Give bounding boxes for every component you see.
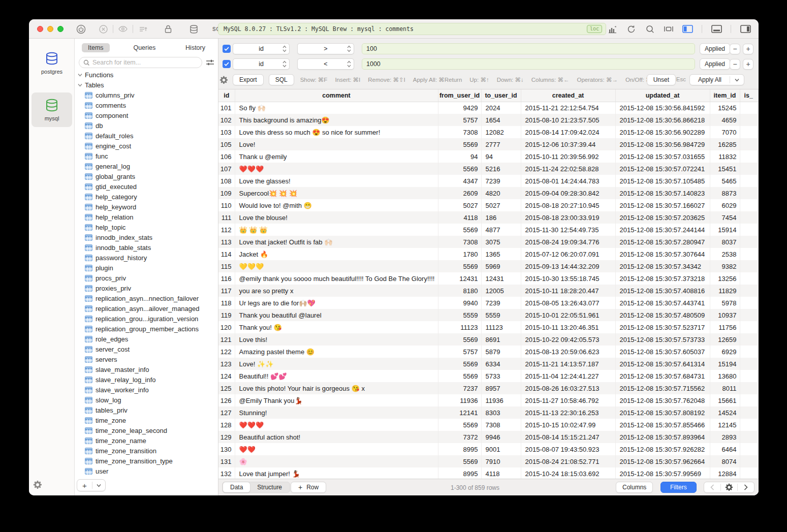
- table-row[interactable]: 131🌸556979102015-08-24 21:08:52.7712015-…: [218, 455, 759, 467]
- cell-id[interactable]: 126: [218, 394, 235, 406]
- cell-from_user_id[interactable]: 12431: [438, 272, 481, 285]
- table-row[interactable]: 123Love! ✨✨556963342015-11-21 14:13:57.1…: [218, 358, 759, 370]
- table-row[interactable]: 111Love the blouse!41181862015-08-18 23:…: [218, 211, 759, 224]
- table-item-help_topic[interactable]: help_topic: [75, 222, 218, 232]
- table-row[interactable]: 118Ur legs are to die for🙌🏼💖994072392015…: [218, 297, 759, 309]
- cell-is[interactable]: [740, 102, 759, 114]
- filter-field-select[interactable]: id: [233, 43, 290, 54]
- cell-id[interactable]: 106: [218, 150, 235, 163]
- cell-created_at[interactable]: 2015-08-05 13:26:43.077: [521, 297, 615, 309]
- cell-item_id[interactable]: 11829: [710, 285, 740, 297]
- cell-updated_at[interactable]: 2015-12-08 15:30:57.244144: [615, 224, 710, 236]
- column-header-to_user_id[interactable]: to_user_id: [481, 89, 521, 102]
- table-item-default_roles[interactable]: default_roles: [75, 131, 218, 141]
- cell-comment[interactable]: @emily thank you soooo much beautiful!!!…: [235, 272, 438, 285]
- cell-is[interactable]: [740, 406, 759, 419]
- cell-from_user_id[interactable]: 94: [438, 150, 481, 163]
- cell-item_id[interactable]: 8037: [710, 236, 740, 248]
- toggle-left-sidebar-icon[interactable]: [680, 22, 695, 36]
- column-header-is[interactable]: is_: [740, 89, 759, 102]
- table-row[interactable]: 109Supercool💥 💥 💥260948202015-09-04 09:2…: [218, 187, 759, 199]
- cell-id[interactable]: 118: [218, 297, 235, 309]
- cell-id[interactable]: 122: [218, 346, 235, 358]
- cell-is[interactable]: [740, 321, 759, 333]
- cell-updated_at[interactable]: 2015-12-08 15:30:57.031655: [615, 150, 710, 163]
- cell-updated_at[interactable]: 2015-12-08 15:30:57.203625: [615, 211, 710, 224]
- cell-is[interactable]: [740, 199, 759, 211]
- table-item-servers[interactable]: servers: [75, 354, 218, 364]
- table-row[interactable]: 132Love that jumper! 💃🏾899541182015-10-2…: [218, 467, 759, 479]
- cell-is[interactable]: [740, 419, 759, 431]
- table-item-columns_priv[interactable]: columns_priv: [75, 90, 218, 100]
- cell-to_user_id[interactable]: 94: [481, 150, 521, 163]
- column-header-from_user_id[interactable]: from_user_id: [438, 89, 481, 102]
- table-item-replication_group_member_actions[interactable]: replication_group_member_actions: [75, 324, 218, 334]
- cell-created_at[interactable]: 2015-08-18 23:00:33.919: [521, 211, 615, 224]
- filter-value-input[interactable]: 1000: [362, 58, 695, 70]
- table-row[interactable]: 127Stunning!1214183032015-11-13 22:30:16…: [218, 406, 759, 419]
- table-item-help_keyword[interactable]: help_keyword: [75, 202, 218, 212]
- search-input[interactable]: [92, 59, 198, 66]
- cell-item_id[interactable]: 8011: [710, 382, 740, 394]
- chart-icon[interactable]: [605, 22, 619, 36]
- connection-item-mysql[interactable]: mysql: [32, 92, 72, 127]
- cell-id[interactable]: 127: [218, 406, 235, 419]
- cell-from_user_id[interactable]: 5569: [438, 138, 481, 150]
- cell-comment[interactable]: Supercool💥 💥 💥: [235, 187, 438, 199]
- column-header-updated_at[interactable]: updated_at: [615, 89, 710, 102]
- column-header-item_id[interactable]: item_id: [710, 89, 740, 102]
- cell-item_id[interactable]: 14524: [710, 406, 740, 419]
- toggle-right-panel-icon[interactable]: [738, 22, 752, 36]
- cell-item_id[interactable]: 10937: [710, 309, 740, 321]
- cell-to_user_id[interactable]: 5969: [481, 260, 521, 272]
- cell-from_user_id[interactable]: 5757: [438, 346, 481, 358]
- table-row[interactable]: 119Thank you beautiful @laurel5559555920…: [218, 309, 759, 321]
- cell-item_id[interactable]: 11756: [710, 321, 740, 333]
- cell-id[interactable]: 124: [218, 370, 235, 382]
- sql-button[interactable]: SQL: [269, 74, 294, 85]
- cell-id[interactable]: 112: [218, 224, 235, 236]
- zoom-window-button[interactable]: [57, 26, 64, 32]
- cell-item_id[interactable]: 15451: [710, 163, 740, 175]
- cell-created_at[interactable]: 2015-10-11 20:39:56.992: [521, 150, 615, 163]
- filter-operator-select[interactable]: <: [297, 58, 354, 70]
- cell-item_id[interactable]: 6029: [710, 199, 740, 211]
- cell-to_user_id[interactable]: 2777: [481, 138, 521, 150]
- cell-updated_at[interactable]: 2015-12-08 15:30:57.926282: [615, 443, 710, 455]
- table-row[interactable]: 108Love the glasses!434772392015-08-01 1…: [218, 175, 759, 187]
- cell-comment[interactable]: Beautiful!! 💕💕: [235, 370, 438, 382]
- cell-id[interactable]: 116: [218, 272, 235, 285]
- cell-comment[interactable]: Thank u @emily: [235, 150, 438, 163]
- filter-enabled-checkbox[interactable]: [223, 45, 231, 53]
- cell-is[interactable]: [740, 394, 759, 406]
- columns-button[interactable]: Columns: [616, 482, 653, 493]
- cell-from_user_id[interactable]: 5757: [438, 114, 481, 126]
- cell-from_user_id[interactable]: 9940: [438, 297, 481, 309]
- cell-id[interactable]: 113: [218, 236, 235, 248]
- cell-id[interactable]: 108: [218, 175, 235, 187]
- cell-to_user_id[interactable]: 5216: [481, 163, 521, 175]
- table-item-slave_master_info[interactable]: slave_master_info: [75, 364, 218, 374]
- cell-from_user_id[interactable]: 5569: [438, 224, 481, 236]
- cell-item_id[interactable]: 4659: [710, 114, 740, 126]
- cell-comment[interactable]: Love that jacket! Outfit is fab 🙌🏻: [235, 236, 438, 248]
- cell-is[interactable]: [740, 309, 759, 321]
- cell-updated_at[interactable]: 2015-12-08 15:30:56.841592: [615, 102, 710, 114]
- cell-item_id[interactable]: 6464: [710, 443, 740, 455]
- cell-comment[interactable]: 👑 👑 👑: [235, 224, 438, 236]
- cell-created_at[interactable]: 2015-09-04 09:28:30.842: [521, 187, 615, 199]
- table-row[interactable]: 122Amazing pastel theme 😊575758792015-08…: [218, 346, 759, 358]
- cell-is[interactable]: [740, 382, 759, 394]
- column-header-created_at[interactable]: created_at: [521, 89, 615, 102]
- cell-comment[interactable]: Love the glasses!: [235, 175, 438, 187]
- cell-is[interactable]: [740, 248, 759, 260]
- cell-item_id[interactable]: 13680: [710, 370, 740, 382]
- table-row[interactable]: 110Would love to! @mith 😁502750272015-08…: [218, 199, 759, 211]
- cell-to_user_id[interactable]: 5027: [481, 199, 521, 211]
- cell-comment[interactable]: So fly 🙌🏻: [235, 102, 438, 114]
- cell-to_user_id[interactable]: 2024: [481, 102, 521, 114]
- cell-from_user_id[interactable]: 1780: [438, 248, 481, 260]
- cell-from_user_id[interactable]: 8180: [438, 285, 481, 297]
- table-item-innodb_table_stats[interactable]: innodb_table_stats: [75, 242, 218, 253]
- table-item-replication_grou-iguration_version[interactable]: replication_grou...iguration_version: [75, 314, 218, 324]
